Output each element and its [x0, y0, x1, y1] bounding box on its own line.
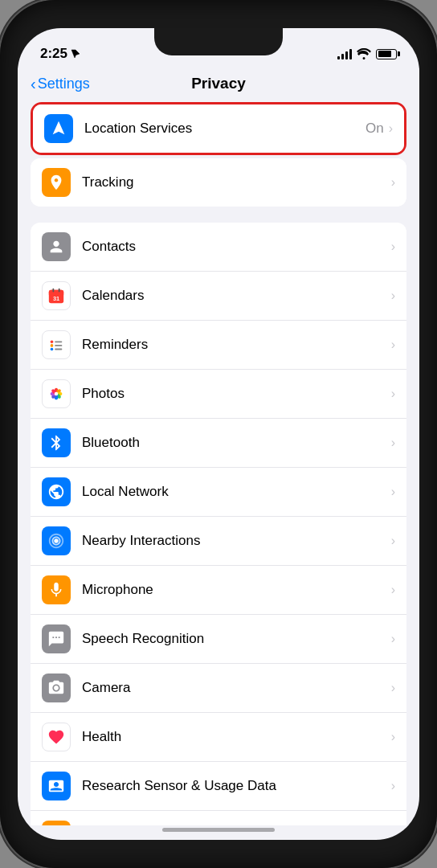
home-indicator[interactable] [162, 828, 275, 832]
local-network-chevron: › [391, 485, 395, 499]
contacts-row[interactable]: Contacts › [31, 223, 406, 272]
svg-point-8 [51, 348, 54, 351]
calendars-row[interactable]: 31 Calendars › [31, 272, 406, 321]
back-button[interactable]: ‹ Settings [31, 75, 90, 93]
svg-point-21 [54, 538, 59, 543]
tracking-label: Tracking [82, 174, 391, 190]
svg-point-7 [51, 344, 54, 347]
health-icon [42, 723, 71, 751]
health-label: Health [82, 729, 391, 745]
calendars-symbol-icon: 31 [47, 287, 65, 305]
svg-point-20 [55, 392, 59, 396]
location-active-icon [71, 49, 80, 59]
bluetooth-symbol-icon [47, 434, 65, 452]
speech-symbol-icon [47, 630, 65, 648]
content-area: Location Services On › Tracking › [18, 102, 419, 825]
reminders-icon [42, 330, 71, 359]
microphone-label: Microphone [82, 582, 391, 598]
photos-icon [42, 379, 71, 408]
back-label: Settings [38, 76, 90, 92]
contacts-label: Contacts [82, 239, 391, 255]
nearby-interactions-label: Nearby Interactions [82, 533, 391, 549]
signal-icon [337, 48, 352, 59]
tracking-row[interactable]: Tracking › [31, 158, 406, 207]
back-chevron-icon: ‹ [31, 75, 36, 93]
bluetooth-label: Bluetooth [82, 435, 391, 451]
bluetooth-row[interactable]: Bluetooth › [31, 419, 406, 468]
research-sensor-row[interactable]: Research Sensor & Usage Data › [31, 762, 406, 811]
page-title: Privacy [191, 75, 246, 92]
reminders-symbol-icon [47, 336, 65, 354]
nearby-interactions-icon [42, 526, 71, 555]
mic-symbol-icon [47, 581, 65, 599]
location-arrow-icon [50, 120, 67, 137]
research-sensor-icon [42, 772, 71, 800]
contacts-chevron: › [391, 240, 395, 254]
research-symbol-icon [47, 777, 65, 795]
nearby-symbol-icon [47, 532, 65, 550]
photos-label: Photos [82, 386, 391, 402]
camera-label: Camera [82, 680, 391, 696]
screen: 2:25 [18, 28, 419, 840]
tracking-chevron: › [391, 175, 395, 190]
speech-recognition-row[interactable]: Speech Recognition › [31, 615, 406, 664]
tracking-symbol-icon [47, 174, 65, 191]
photos-row[interactable]: Photos › [31, 370, 406, 419]
nav-header: ‹ Settings Privacy [18, 68, 419, 102]
main-privacy-section: Contacts › 31 C [31, 223, 406, 825]
speech-recognition-icon [42, 624, 71, 653]
speech-recognition-chevron: › [391, 632, 395, 646]
wifi-icon [357, 48, 371, 59]
svg-rect-5 [59, 289, 60, 293]
camera-icon [42, 674, 71, 702]
location-services-section: Location Services On › [31, 102, 406, 155]
location-services-value: On [366, 121, 384, 137]
calendars-chevron: › [391, 289, 395, 303]
research-sensor-label: Research Sensor & Usage Data [82, 778, 391, 794]
location-services-chevron: › [389, 121, 393, 136]
bluetooth-chevron: › [391, 436, 395, 450]
location-services-label: Location Services [84, 121, 366, 137]
battery-icon [376, 49, 397, 59]
microphone-row[interactable]: Microphone › [31, 566, 406, 615]
reminders-chevron: › [391, 338, 395, 352]
camera-chevron: › [391, 681, 395, 695]
bluetooth-icon [42, 428, 71, 457]
homekit-row[interactable]: HomeKit › [31, 811, 406, 825]
svg-text:31: 31 [53, 295, 59, 302]
photos-chevron: › [391, 387, 395, 401]
photos-symbol-icon [47, 385, 65, 403]
time-label: 2:25 [40, 46, 67, 62]
svg-rect-11 [55, 349, 62, 350]
svg-rect-9 [55, 341, 62, 342]
local-network-icon [42, 477, 71, 506]
nearby-interactions-row[interactable]: Nearby Interactions › [31, 517, 406, 566]
contacts-person-icon [47, 238, 65, 256]
svg-rect-4 [52, 289, 54, 293]
speech-recognition-label: Speech Recognition [82, 631, 391, 647]
microphone-chevron: › [391, 583, 395, 597]
svg-rect-10 [55, 345, 62, 346]
phone-shell: 2:25 [0, 0, 437, 868]
tracking-section: Tracking › [31, 158, 406, 207]
svg-point-6 [51, 341, 54, 344]
local-network-label: Local Network [82, 484, 391, 500]
status-icons [337, 48, 397, 59]
calendars-icon: 31 [42, 281, 71, 310]
local-network-row[interactable]: Local Network › [31, 468, 406, 517]
reminders-row[interactable]: Reminders › [31, 321, 406, 370]
health-row[interactable]: Health › [31, 713, 406, 762]
health-symbol-icon [47, 728, 65, 746]
globe-icon [47, 483, 65, 501]
research-sensor-chevron: › [391, 779, 395, 793]
location-services-row[interactable]: Location Services On › [33, 104, 404, 153]
camera-symbol-icon [47, 679, 65, 697]
contacts-icon [42, 232, 71, 261]
reminders-label: Reminders [82, 337, 391, 353]
location-services-icon [44, 114, 73, 143]
tracking-icon [42, 168, 71, 197]
camera-row[interactable]: Camera › [31, 664, 406, 713]
location-services-highlight: Location Services On › [31, 102, 406, 155]
microphone-icon [42, 575, 71, 604]
status-time: 2:25 [40, 46, 80, 62]
